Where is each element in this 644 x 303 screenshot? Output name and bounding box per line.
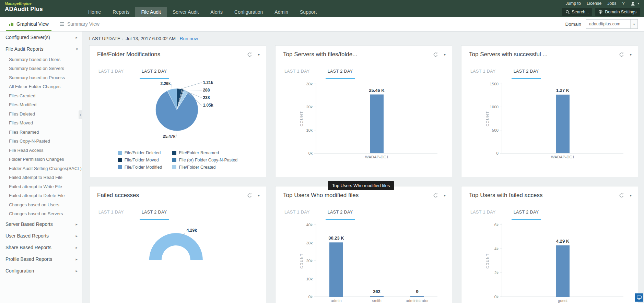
refresh-icon[interactable]	[619, 52, 624, 57]
sidebar-item[interactable]: Files Renamed	[0, 128, 82, 137]
help-icon[interactable]: ?	[622, 1, 625, 6]
tab-last-2-day[interactable]: LAST 2 DAY	[140, 204, 169, 220]
card-title: Top Servers with successful ...	[469, 51, 548, 58]
card-tabs: LAST 1 DAY LAST 2 DAY	[461, 63, 638, 79]
tab-last-1-day[interactable]: LAST 1 DAY	[282, 204, 312, 220]
chevron-down-icon[interactable]: ▾	[258, 52, 260, 57]
tab-last-2-day[interactable]: LAST 2 DAY	[326, 204, 355, 220]
chevron-down-icon[interactable]: ▾	[444, 193, 446, 198]
search-button[interactable]: Search...	[562, 8, 592, 16]
card-title: Failed accesses	[97, 192, 139, 199]
nav-item[interactable]: Home	[82, 7, 107, 17]
svg-text:4k: 4k	[494, 247, 499, 251]
sidebar-item[interactable]: Files Modified	[0, 100, 82, 110]
sidebar-collapse-handle[interactable]: ‹	[79, 110, 82, 119]
tab-last-1-day[interactable]: LAST 1 DAY	[96, 63, 126, 79]
nav-item[interactable]: Alerts	[204, 7, 229, 17]
nav-item[interactable]: Reports	[107, 7, 135, 17]
refresh-icon[interactable]	[433, 193, 438, 198]
manageengine-logo: ManageEngine	[5, 1, 82, 5]
sidebar-item[interactable]: Configuration	[0, 265, 82, 277]
card-actions: ▾	[433, 52, 446, 57]
legend-item: File/Folder Modified	[118, 165, 162, 170]
quick-link[interactable]: Jump to	[566, 1, 581, 6]
sidebar-item[interactable]: All File or Folder Changes	[0, 82, 82, 92]
sidebar-item[interactable]: Files Moved	[0, 119, 82, 128]
run-now-link[interactable]: Run now	[180, 36, 198, 41]
sidebar-item[interactable]: Files Deleted	[0, 109, 82, 119]
sidebar-item[interactable]: Configured Server(s)	[0, 32, 82, 43]
legend-item: File/Folder Created	[172, 165, 237, 170]
sidebar-item[interactable]: Folder Permission Changes	[0, 155, 82, 164]
nav-item[interactable]: Server Audit	[167, 7, 204, 17]
sidebar-item[interactable]: Summary based on Process	[0, 73, 82, 82]
sidebar-item[interactable]: Failed attempt to Write File	[0, 182, 82, 191]
sidebar-item[interactable]: Summary based on Servers	[0, 64, 82, 73]
sidebar-item-label: Share Based Reports	[5, 245, 51, 250]
sidebar-item[interactable]: Share Based Reports	[0, 242, 82, 253]
legend-item: File (or) Folder Copy-N-Pasted	[172, 158, 237, 162]
card-tabs: LAST 1 DAY LAST 2 DAY	[276, 63, 452, 79]
product-name: ADAudit Plus	[5, 5, 82, 13]
user-avatar-icon[interactable]	[630, 1, 635, 6]
sidebar-item[interactable]: Profile Based Reports	[0, 253, 82, 265]
chevron-down-icon[interactable]: ▾	[258, 193, 260, 198]
sidebar-item-label: Failed attempt to Delete File	[9, 193, 65, 198]
report-card: Top Servers with files/folde... ▾ LAST 1…	[275, 45, 452, 177]
chart: COUNT0k10k20k30k25.46 KWADAP-DC1	[276, 79, 452, 165]
sidebar-item[interactable]: Server Based Reports	[0, 218, 82, 230]
sidebar-item[interactable]: Failed attempt to Delete File	[0, 191, 82, 201]
support-widget[interactable]	[635, 293, 643, 302]
legend-swatch	[118, 151, 122, 155]
tab-last-1-day[interactable]: LAST 1 DAY	[96, 204, 126, 220]
tab-last-2-day[interactable]: LAST 2 DAY	[326, 63, 355, 79]
nav-item[interactable]: Configuration	[229, 7, 269, 17]
chevron-down-icon[interactable]: ▾	[630, 52, 632, 57]
tab-last-1-day[interactable]: LAST 1 DAY	[468, 63, 498, 79]
sidebar-item[interactable]: File Read Access	[0, 146, 82, 155]
sidebar-item[interactable]: Changes based on Users	[0, 200, 82, 209]
sidebar-item[interactable]: Changes based on Servers	[0, 209, 82, 219]
refresh-icon[interactable]	[247, 52, 252, 57]
tooltip: Top Users Who modified files	[328, 181, 394, 190]
sidebar-item[interactable]: Folder Audit Setting Changes(SACL)	[0, 164, 82, 173]
sidebar-item[interactable]: Files Copy-N-Pasted	[0, 137, 82, 146]
svg-text:40k: 40k	[306, 223, 313, 227]
legend-swatch	[172, 158, 176, 162]
refresh-icon[interactable]	[247, 193, 252, 198]
tab-last-1-day[interactable]: LAST 1 DAY	[468, 204, 498, 220]
card-tabs: LAST 1 DAY LAST 2 DAY	[276, 204, 452, 220]
tab-last-2-day[interactable]: LAST 2 DAY	[140, 63, 169, 79]
chevron-down-icon: ▾	[630, 20, 637, 28]
sidebar-item[interactable]: File Audit Reports	[0, 43, 82, 55]
refresh-icon[interactable]	[433, 52, 438, 57]
chevron-down-icon[interactable]: ▾	[630, 193, 632, 198]
sidebar-item[interactable]: Files Created	[0, 91, 82, 100]
quick-link[interactable]: License	[587, 1, 601, 6]
graphical-view-icon	[9, 22, 14, 26]
domain-select[interactable]: adauditplus.com ▾	[586, 19, 638, 29]
tab-last-2-day[interactable]: LAST 2 DAY	[512, 63, 541, 79]
nav-row: Home Reports File Audit Server Audit Ale…	[82, 7, 644, 17]
nav-item[interactable]: Admin	[269, 7, 294, 17]
domain-settings-button[interactable]: Domain Settings	[595, 8, 640, 16]
tab-last-1-day[interactable]: LAST 1 DAY	[282, 63, 312, 79]
tab-last-2-day[interactable]: LAST 2 DAY	[512, 204, 541, 220]
tab-graphical-view[interactable]: Graphical View	[3, 17, 54, 31]
svg-text:0k: 0k	[308, 295, 313, 299]
chart: COUNT0k2k4k6k4.29 Kguest	[461, 220, 638, 303]
sidebar-item[interactable]: Failed attempt to Read File	[0, 173, 82, 182]
quick-link[interactable]: Jobs	[607, 1, 616, 6]
tab-summary-view[interactable]: Summary View	[54, 17, 105, 31]
sidebar-item[interactable]: User Based Reports	[0, 230, 82, 242]
chevron-down-icon[interactable]: ▾	[444, 52, 446, 57]
report-card: File/Folder Modifications ▾ LAST 1 DAY L…	[89, 45, 266, 177]
nav-item[interactable]: Support	[294, 7, 323, 17]
workspace: Configured Server(s) File Audit Reports …	[0, 32, 644, 303]
sidebar-item[interactable]: Summary based on Users	[0, 55, 82, 64]
nav-item[interactable]: File Audit	[135, 7, 167, 17]
chevron-down-icon[interactable]: ▾	[637, 2, 639, 5]
card-actions: ▾	[619, 193, 632, 198]
refresh-icon[interactable]	[619, 193, 624, 198]
chart: 4.29k	[90, 220, 266, 303]
